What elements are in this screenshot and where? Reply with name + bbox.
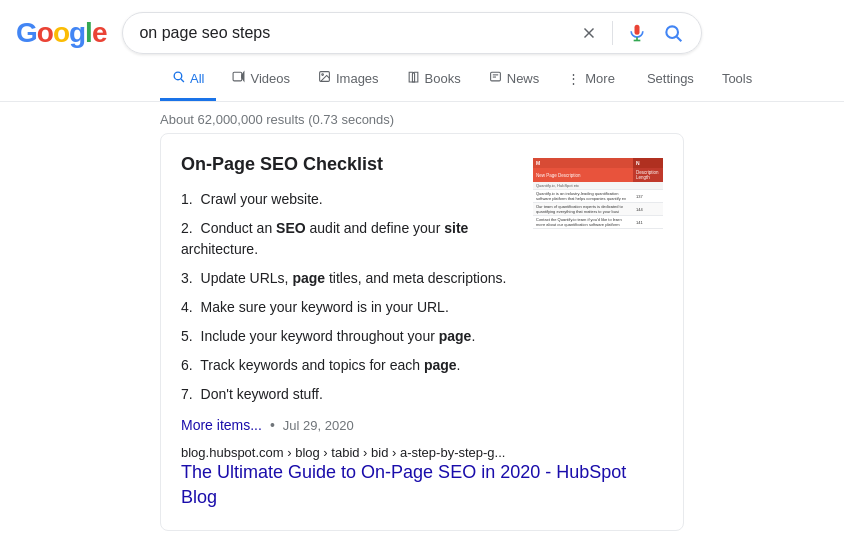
svg-point-12 [322, 74, 324, 76]
list-item: 6. Track keywords and topics for each pa… [181, 355, 517, 376]
settings-link[interactable]: Settings [635, 59, 706, 101]
svg-line-8 [181, 79, 184, 82]
tab-videos-label: Videos [250, 71, 290, 86]
source-breadcrumb: blog.hubspot.com › blog › tabid › bid › … [181, 445, 663, 460]
svg-point-5 [667, 26, 679, 38]
card-content: On-Page SEO Checklist 1. Crawl your webs… [181, 154, 517, 433]
search-bar-icons [578, 21, 685, 45]
card-date: Jul 29, 2020 [283, 418, 354, 433]
google-logo[interactable]: Google [16, 17, 106, 49]
card-inner: On-Page SEO Checklist 1. Crawl your webs… [181, 154, 663, 433]
thumb-header-n: N [633, 158, 663, 168]
table-row: Quantify.io is an industry-leading quant… [533, 190, 663, 203]
svg-point-7 [174, 72, 182, 80]
list-item: 2. Conduct an SEO audit and define your … [181, 218, 517, 260]
clear-button[interactable] [578, 22, 600, 44]
source-link[interactable]: The Ultimate Guide to On-Page SEO in 202… [181, 460, 663, 510]
result-card: On-Page SEO Checklist 1. Crawl your webs… [160, 133, 684, 531]
search-button[interactable] [661, 21, 685, 45]
thumb-col2-header: Quantify.io, HubSpot etc [533, 182, 663, 190]
tab-all-label: All [190, 71, 204, 86]
results-info: About 62,000,000 results (0.73 seconds) [0, 102, 844, 133]
table-row: Contact the Quantify.io team if you'd li… [533, 216, 663, 229]
voice-search-button[interactable] [625, 21, 649, 45]
source-section: blog.hubspot.com › blog › tabid › bid › … [181, 433, 663, 514]
search-input[interactable]: on page seo steps [139, 24, 570, 42]
tab-more-label: More [585, 71, 615, 86]
tab-news-label: News [507, 71, 540, 86]
table-row: Our team of quantification experts is de… [533, 203, 663, 216]
list-item: 7. Don't keyword stuff. [181, 384, 517, 405]
card-footer: More items... • Jul 29, 2020 [181, 417, 517, 433]
settings-label: Settings [647, 71, 694, 86]
tab-all[interactable]: All [160, 58, 216, 101]
divider [612, 21, 613, 45]
nav-tabs: All Videos Images Books News ⋮ More Sett… [0, 58, 844, 102]
list-item: 5. Include your keyword throughout your … [181, 326, 517, 347]
all-icon [172, 70, 185, 86]
card-title: On-Page SEO Checklist [181, 154, 517, 175]
news-icon [489, 70, 502, 86]
list-item: 4. Make sure your keyword is in your URL… [181, 297, 517, 318]
thumbnail-table: M N New Page Description Description Len… [533, 158, 663, 229]
videos-icon [232, 70, 245, 86]
tab-videos[interactable]: Videos [220, 58, 302, 101]
tab-more[interactable]: ⋮ More [555, 59, 627, 101]
card-thumbnail: M N New Page Description Description Len… [533, 158, 663, 433]
svg-rect-2 [635, 25, 640, 35]
tools-link[interactable]: Tools [710, 59, 764, 101]
more-icon: ⋮ [567, 71, 580, 86]
tab-books-label: Books [425, 71, 461, 86]
thumb-header-m: M [533, 158, 633, 168]
images-icon [318, 70, 331, 86]
more-items-link[interactable]: More items... [181, 417, 262, 433]
svg-rect-9 [234, 72, 243, 81]
tab-news[interactable]: News [477, 58, 552, 101]
results-count: About 62,000,000 results (0.73 seconds) [160, 112, 394, 127]
tab-images-label: Images [336, 71, 379, 86]
list-item: 1. Crawl your website. [181, 189, 517, 210]
tools-label: Tools [722, 71, 752, 86]
header: Google on page seo steps [0, 0, 844, 54]
card-checklist: 1. Crawl your website. 2. Conduct an SEO… [181, 189, 517, 405]
list-item: 3. Update URLs, page titles, and meta de… [181, 268, 517, 289]
books-icon [407, 70, 420, 86]
thumb-subheader-len: Description Length [633, 168, 663, 182]
search-bar: on page seo steps [122, 12, 702, 54]
tab-books[interactable]: Books [395, 58, 473, 101]
tab-images[interactable]: Images [306, 58, 391, 101]
thumb-subheader-desc: New Page Description [533, 168, 633, 182]
svg-line-6 [677, 37, 682, 42]
